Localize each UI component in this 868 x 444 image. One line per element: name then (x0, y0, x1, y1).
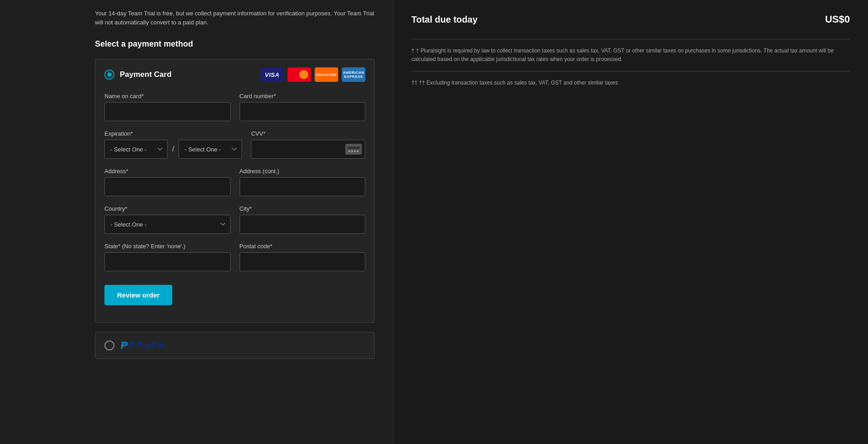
payment-card-header: Payment Card VISA DISCOVER AMERICAN EXPR… (104, 67, 365, 82)
city-label: City* (240, 205, 366, 212)
expiration-year-select[interactable]: - Select One - 2024202520262027 20282029… (179, 140, 242, 159)
visa-logo: VISA (260, 67, 284, 82)
postal-col: Postal code* (240, 243, 366, 271)
tax-note-2-dagger: †† (411, 80, 419, 86)
paypal-block[interactable]: P P PayPal (95, 332, 375, 359)
card-number-label: Card number* (240, 93, 366, 99)
paypal-p2: P (128, 340, 135, 351)
country-select[interactable]: - Select One - United States United King… (104, 215, 231, 234)
payment-card-radio[interactable] (104, 70, 114, 80)
card-logos: VISA DISCOVER AMERICAN EXPRESS (260, 67, 365, 82)
cvv-label: CVV* (251, 130, 365, 137)
tax-note-1: † † Pluralsight is required by law to co… (411, 47, 850, 64)
section-title: Select a payment method (95, 39, 375, 49)
name-on-card-col: Name on card* (104, 93, 231, 121)
payment-card-label-group[interactable]: Payment Card (104, 70, 171, 80)
review-order-button[interactable]: Review order (104, 285, 172, 305)
trial-notice: Your 14-day Team Trial is free, but we c… (95, 9, 375, 27)
payment-card-label: Payment Card (120, 70, 171, 79)
city-col: City* (240, 205, 366, 234)
name-card-row: Name on card* Card number* (104, 93, 365, 121)
discover-logo: DISCOVER (315, 67, 338, 82)
cvv-card-icon (345, 144, 362, 155)
expiration-col: Expiration* - Select One - 01020304 0506… (104, 130, 242, 159)
paypal-p1: P (121, 340, 127, 351)
name-on-card-label: Name on card* (104, 93, 231, 99)
total-due-label: Total due today (411, 14, 477, 25)
address-cont-input[interactable] (240, 177, 366, 196)
address-cont-col: Address (cont.) (240, 168, 366, 196)
state-col: State* (No state? Enter 'none'.) (104, 243, 231, 271)
card-number-col: Card number* (240, 93, 366, 121)
divider (411, 39, 850, 39)
paypal-radio[interactable] (104, 340, 114, 350)
state-label: State* (No state? Enter 'none'.) (104, 243, 231, 250)
total-row: Total due today US$0 (411, 14, 850, 25)
card-number-input[interactable] (240, 102, 366, 121)
address-row: Address* Address (cont.) (104, 168, 365, 196)
state-input[interactable] (104, 252, 231, 271)
tax-note-2: †† †† Excluding transaction taxes such a… (411, 79, 850, 87)
address-input[interactable] (104, 177, 231, 196)
country-city-row: Country* - Select One - United States Un… (104, 205, 365, 234)
left-panel: Your 14-day Team Trial is free, but we c… (0, 0, 393, 444)
country-col: Country* - Select One - United States Un… (104, 205, 231, 234)
expiration-month-select[interactable]: - Select One - 01020304 05060708 0910111… (104, 140, 168, 159)
cvv-input-wrapper (251, 140, 365, 159)
expiration-slash: / (172, 145, 174, 153)
tax-note-1-dagger: † (411, 47, 416, 54)
address-cont-label: Address (cont.) (240, 168, 366, 175)
postal-label: Postal code* (240, 243, 366, 250)
payment-card-block: Payment Card VISA DISCOVER AMERICAN EXPR… (95, 59, 375, 323)
right-panel: Total due today US$0 † † Pluralsight is … (393, 0, 868, 444)
paypal-text: PayPal (137, 341, 163, 350)
address-label: Address* (104, 168, 231, 175)
amex-logo: AMERICAN EXPRESS (342, 67, 365, 82)
expiration-cvv-row: Expiration* - Select One - 01020304 0506… (104, 130, 365, 159)
address-col: Address* (104, 168, 231, 196)
paypal-logo: P P PayPal (121, 340, 163, 351)
total-amount: US$0 (825, 14, 850, 25)
expiration-label: Expiration* (104, 130, 242, 137)
tax-note-1-text: † Pluralsight is required by law to coll… (411, 47, 834, 62)
postal-input[interactable] (240, 252, 366, 271)
name-on-card-input[interactable] (104, 102, 231, 121)
tax-note-2-text: †† Excluding transaction taxes such as s… (419, 80, 618, 86)
expiration-selects: - Select One - 01020304 05060708 0910111… (104, 140, 242, 159)
state-postal-row: State* (No state? Enter 'none'.) Postal … (104, 243, 365, 271)
mastercard-logo (288, 67, 311, 82)
country-label: Country* (104, 205, 231, 212)
divider-2 (411, 71, 850, 71)
city-input[interactable] (240, 215, 366, 234)
cvv-col: CVV* (251, 130, 365, 159)
